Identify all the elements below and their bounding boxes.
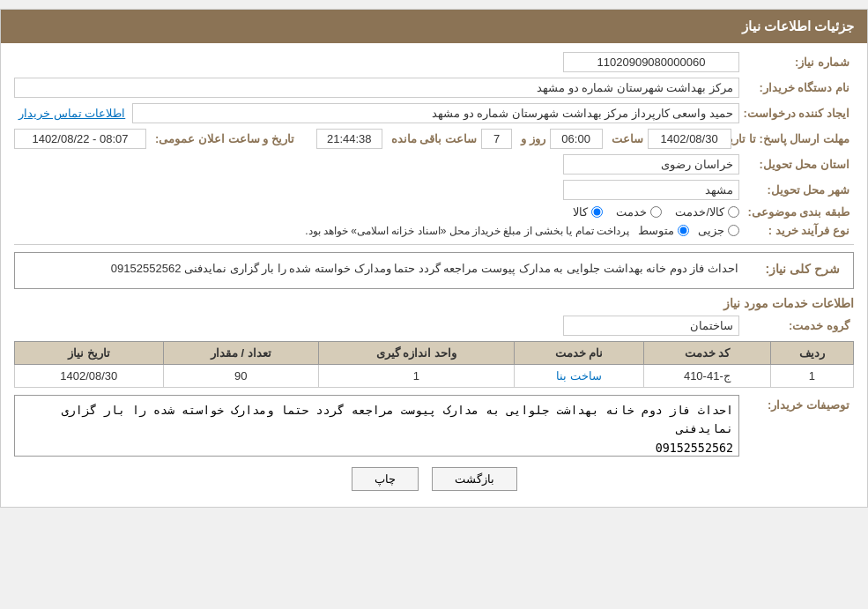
noe-farayand-row: نوع فرآیند خرید : جزیی متوسط پرداخت تمام… (14, 224, 854, 237)
tarikh-elan-label: تاریخ و ساعت اعلان عمومی: (155, 132, 294, 145)
ijaad-konande-value: حمید واسعی کارپرداز مرکز بهداشت شهرستان … (132, 103, 739, 123)
radio-jozi-label: جزیی (698, 224, 724, 237)
ostan-value: خراسان رضوی (563, 154, 739, 175)
radio-motavasset[interactable]: متوسط (638, 224, 689, 237)
baghimande-value: 21:44:38 (316, 129, 382, 149)
col-nam: نام خدمت (515, 342, 644, 365)
button-row: بازگشت چاپ (14, 467, 854, 491)
radio-kala-label: کالا (573, 205, 588, 219)
rooz-label: روز و (521, 132, 545, 145)
tabaghebandi-group: کالا/خدمت خدمت کالا (573, 205, 739, 219)
cell-tarikh: 1402/08/30 (15, 365, 164, 388)
shahr-value: مشهد (563, 180, 739, 200)
tosif-label: توصیفات خریدار: (739, 395, 854, 412)
noe-farayand-group: جزیی متوسط پرداخت تمام یا بخشی از مبلغ خ… (305, 224, 739, 237)
nam-dastgah-row: نام دستگاه خریدار: مرکز بهداشت شهرستان ش… (14, 78, 854, 98)
radio-kala-khadmat[interactable]: کالا/خدمت (675, 205, 739, 219)
ostan-row: استان محل تحویل: خراسان رضوی (14, 154, 854, 175)
divider1 (14, 244, 854, 245)
col-tedad: تعداد / مقدار (163, 342, 318, 365)
print-button[interactable]: چاپ (352, 467, 419, 491)
sharh-title: شرح کلی نیاز: (738, 260, 844, 276)
ostan-label: استان محل تحویل: (739, 158, 854, 171)
noe-farayand-label: نوع فرآیند خرید : (739, 224, 854, 237)
nam-dastgah-label: نام دستگاه خریدار: (739, 81, 854, 94)
tosif-textarea[interactable]: احداث فاز دوم خانه بهداشت جلوایی به مدار… (14, 395, 739, 457)
shahr-label: شهر محل تحویل: (739, 183, 854, 197)
tamas-khardar-link[interactable]: اطلاعات تماس خریدار (19, 107, 125, 120)
saat-label: ساعت (612, 132, 643, 145)
mohlat-date-group: 1402/08/30 ساعت 06:00 روز و 7 ساعت باقی … (14, 129, 731, 149)
shomare-niaz-row: شماره نیاز: 11020909080000060 (14, 52, 854, 72)
page-header: جزئیات اطلاعات نیاز (1, 10, 867, 43)
tosif-section: توصیفات خریدار: احداث فاز دوم خانه بهداش… (14, 395, 854, 457)
tabaghebandi-row: طبقه بندی موضوعی: کالا/خدمت خدمت کالا (14, 205, 854, 219)
goroh-label: گروه خدمت: (739, 319, 854, 332)
cell-nam: ساخت بنا (515, 365, 644, 388)
radio-kala[interactable]: کالا (573, 205, 603, 219)
khadamat-section: اطلاعات خدمات مورد نیاز گروه خدمت: ساختم… (14, 296, 854, 388)
cell-vahed: 1 (318, 365, 514, 388)
khadamat-table: ردیف کد خدمت نام خدمت واحد اندازه گیری ت… (14, 341, 854, 388)
radio-motavasset-label: متوسط (638, 224, 674, 237)
tarikh-value: 1402/08/30 (648, 129, 731, 149)
khadamat-title: اطلاعات خدمات مورد نیاز (14, 296, 854, 310)
col-vahed: واحد اندازه گیری (318, 342, 514, 365)
mohlat-label: مهلت ارسال پاسخ: تا تاریخ: (731, 132, 854, 145)
tabaghebandi-label: طبقه بندی موضوعی: (739, 205, 854, 219)
col-tarikh: تاریخ نیاز (15, 342, 164, 365)
goroh-row: گروه خدمت: ساختمان (14, 316, 854, 336)
radio-kala-khadmat-label: کالا/خدمت (675, 205, 724, 219)
sharh-section: شرح کلی نیاز: احداث فاز دوم خانه بهداشت … (14, 252, 854, 289)
payment-note: پرداخت تمام یا بخشی از مبلغ خریداز محل «… (305, 225, 629, 237)
nam-dastgah-value: مرکز بهداشت شهرستان شماره دو مشهد (14, 78, 739, 98)
shahr-row: شهر محل تحویل: مشهد (14, 180, 854, 200)
col-radif: ردیف (770, 342, 853, 365)
sharh-text: احداث فاز دوم خانه بهداشت جلوایی به مدار… (24, 260, 738, 279)
page-title: جزئیات اطلاعات نیاز (742, 19, 854, 33)
shomare-niaz-label: شماره نیاز: (739, 56, 854, 69)
table-row: 1 ج-41-410 ساخت بنا 1 90 1402/08/30 (15, 365, 854, 388)
col-kod: کد خدمت (644, 342, 770, 365)
mohlat-row: مهلت ارسال پاسخ: تا تاریخ: 1402/08/30 سا… (14, 129, 854, 149)
cell-tedad: 90 (163, 365, 318, 388)
baghimande-label: ساعت باقی مانده (391, 132, 477, 145)
saat-value: 06:00 (550, 129, 603, 149)
radio-khadmat-label: خدمت (616, 205, 647, 219)
back-button[interactable]: بازگشت (432, 467, 517, 491)
cell-radif: 1 (770, 365, 853, 388)
ijaad-konande-row: ایجاد کننده درخواست: حمید واسعی کارپرداز… (14, 103, 854, 123)
shomare-niaz-value: 11020909080000060 (563, 52, 739, 72)
tarikh-elan-value: 1402/08/22 - 08:07 (14, 129, 146, 149)
radio-khadmat[interactable]: خدمت (616, 205, 662, 219)
goroh-value: ساختمان (563, 316, 739, 336)
rooz-value: 7 (481, 129, 512, 149)
ijaad-konande-label: ایجاد کننده درخواست: (739, 107, 854, 120)
cell-kod: ج-41-410 (644, 365, 770, 388)
radio-jozi[interactable]: جزیی (698, 224, 739, 237)
sharh-row: شرح کلی نیاز: احداث فاز دوم خانه بهداشت … (24, 260, 844, 281)
